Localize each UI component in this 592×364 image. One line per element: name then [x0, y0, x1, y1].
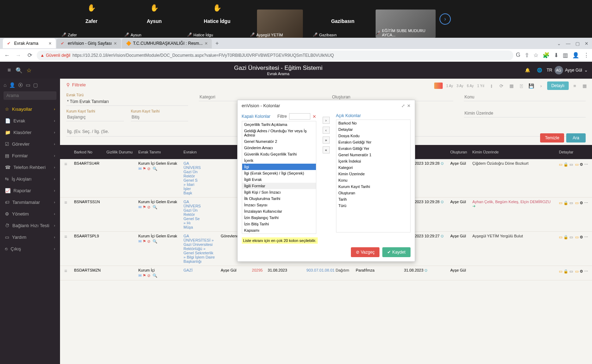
table-header[interactable]: Oluşturan	[448, 145, 470, 159]
range-color-icon[interactable]	[434, 83, 443, 89]
kapali-item[interactable]: Güvenlik Kodu Geçerlilik Tarihi	[242, 151, 316, 157]
flag-icon[interactable]: ⚑	[143, 273, 146, 278]
detayli-button[interactable]: Detaylı	[547, 81, 569, 90]
acik-item[interactable]: Detaylar	[336, 126, 410, 133]
participant-gazibasin[interactable]: Gazibasın 🎤̸Gazibasın	[311, 0, 374, 38]
maximize-icon[interactable]: ▢	[575, 41, 580, 46]
acik-list[interactable]: Barkod NoDetaylarDosya KoduEvrakın Geldi…	[336, 120, 411, 232]
vazgec-button[interactable]: ⊘Vazgeç	[351, 247, 379, 257]
flag-icon[interactable]: ⚑	[143, 205, 146, 210]
filter-input[interactable]	[289, 113, 310, 120]
note-icon[interactable]: ▭	[559, 162, 562, 167]
book-icon[interactable]: ▭	[569, 162, 573, 167]
range-3ay[interactable]: 3 Ay	[455, 83, 465, 89]
chart-icon[interactable]: ⫿	[488, 82, 496, 90]
sidebar-item-kısayollar[interactable]: ☆Kısayollar›	[0, 103, 60, 115]
evrakin-cell[interactable]: GA ÜNİVERS Gazi Ün Rektör Genel Se » Hı …	[181, 198, 219, 232]
download-icon[interactable]: ⬇	[554, 52, 558, 59]
sidebar-item-raporlar[interactable]: 📈Raporlar›	[0, 185, 60, 196]
grid-icon[interactable]: ▦	[581, 82, 588, 90]
sidebar-item-yardım[interactable]: ▭Yardım›	[0, 231, 60, 243]
table-header[interactable]: Evrak Tanımı	[136, 145, 181, 159]
kimin-uzerinde-input[interactable]	[464, 109, 586, 117]
close-window-icon[interactable]: ✕	[585, 41, 588, 46]
lock-icon[interactable]: 🔒	[563, 235, 568, 239]
acik-item[interactable]: Kimin Üzerinde	[336, 171, 410, 177]
sidebar-item-telefon-rehberi[interactable]: ☎Telefon Rehberi›	[0, 162, 60, 173]
evrakin-cell[interactable]: GA ÜNİVERSİTESİ » Gazi Üniversitesi Rekt…	[181, 232, 219, 266]
tag-icon[interactable]: ▭	[575, 162, 579, 167]
translate-icon[interactable]: G	[516, 52, 520, 59]
more-icon[interactable]: ⋯	[584, 162, 588, 167]
refresh-icon[interactable]: ⟳	[498, 82, 506, 90]
tool-icon[interactable]: ⚙	[580, 201, 583, 205]
acik-item[interactable]: Barkod No	[336, 120, 410, 126]
kapali-item[interactable]: İlgili Kişi / Son İmzacı	[242, 189, 316, 195]
home-icon[interactable]: ⌂	[4, 82, 6, 88]
warn-icon[interactable]: ⊘	[147, 166, 150, 171]
lock-icon[interactable]: 🔒	[563, 162, 568, 167]
acik-item[interactable]: Oluşturan	[336, 190, 410, 196]
evrakin-cell[interactable]: GA ÜNİVERS Gazi Ün Rektör Genel S » İdar…	[181, 159, 219, 198]
menu-toggle-icon[interactable]: ≡	[4, 65, 14, 75]
kapali-item[interactable]: İlgi	[242, 164, 316, 170]
columns-icon[interactable]: ▦	[508, 82, 515, 90]
avatar[interactable]: AG	[555, 66, 563, 74]
participant-aysun[interactable]: ✋ Aysun 🎤̸Aysun	[123, 0, 186, 38]
search-row-icon[interactable]: 🔍	[153, 205, 157, 210]
drag-handle-icon[interactable]: ≡	[62, 268, 69, 274]
reload-button[interactable]: ⟳	[25, 51, 34, 60]
sidebar-item-tanımlamalar[interactable]: 🏷Tanımlamalar›	[0, 196, 60, 208]
range-6ay[interactable]: 6 Ay	[466, 83, 475, 89]
kapali-item[interactable]: Geldiği Adres / Oturduğu Yer veya İş Adr…	[242, 128, 316, 138]
mail-icon[interactable]: ✉	[138, 205, 142, 210]
kapali-item[interactable]: İçerik	[242, 157, 316, 164]
kapali-item[interactable]: İmzalayan Kullanıcılar	[242, 208, 316, 214]
expand-modal-icon[interactable]: ⤢	[401, 103, 405, 108]
profile-icon[interactable]: 👤	[572, 52, 579, 59]
menu-icon[interactable]: ⋮	[584, 52, 589, 59]
drag-handle-icon[interactable]: ≡	[62, 200, 69, 205]
move-left-button[interactable]: ‹	[323, 127, 330, 134]
bookmark-icon[interactable]: ☆	[533, 52, 538, 59]
list-icon[interactable]: ≡	[571, 82, 579, 90]
participant-hatice[interactable]: ✋ Hatice İdgu 🎤̸Hatice İdgu	[186, 0, 249, 38]
book-icon[interactable]: ▭	[569, 201, 573, 205]
close-icon[interactable]: ×	[205, 41, 208, 46]
warn-icon[interactable]: ⊘	[147, 239, 150, 244]
table-header[interactable]: Kimin Üzerinde	[470, 145, 557, 159]
acik-item[interactable]: Kurum Kayıt Tarihi	[336, 183, 410, 190]
tab-dropdown-icon[interactable]: ⌄	[557, 41, 561, 46]
ara-button[interactable]: Ara	[566, 133, 586, 142]
next-participants-button[interactable]: ›	[439, 13, 451, 25]
acik-item[interactable]: Konu	[336, 177, 410, 183]
new-tab-button[interactable]: +	[213, 40, 221, 47]
extensions-icon[interactable]: 🧩	[543, 52, 550, 59]
sidebar-item-i̇ş-akışları[interactable]: ⇆İş Akışları›	[0, 173, 60, 185]
kod-cell[interactable]: 903.07.01.08.01 Dağıtım	[304, 266, 354, 280]
move-all-right-button[interactable]: »	[323, 136, 330, 144]
book-icon[interactable]: ▭	[26, 82, 30, 88]
mail-icon[interactable]: ✉	[138, 239, 142, 244]
star-icon[interactable]: ☆	[24, 65, 34, 75]
kapali-list[interactable]: Geçerlilik Tarihi AçıklamaGeldiği Adres …	[242, 121, 316, 234]
participant-aysegul[interactable]: 🎤̸Ayşegül YETİM	[249, 0, 311, 38]
kapali-item[interactable]: İlgili Evrak	[242, 176, 316, 183]
note-icon[interactable]: ▭	[559, 201, 562, 205]
reading-list-icon[interactable]: ▥	[563, 52, 568, 59]
baslangic-input[interactable]	[66, 113, 124, 121]
globe-icon[interactable]: 🌐	[535, 65, 545, 75]
konu-input[interactable]	[464, 93, 586, 101]
forward-button[interactable]: →	[14, 51, 23, 60]
record-icon[interactable]: ⦿	[18, 82, 23, 88]
sidebar-item-formlar[interactable]: ▤Formlar›	[0, 150, 60, 162]
acik-item[interactable]: Kategori	[336, 164, 410, 171]
back-button[interactable]: ←	[3, 51, 11, 60]
sidebar-item-görevler[interactable]: ☑Görevler›	[0, 138, 60, 150]
kapali-item[interactable]: Gönderim Amacı	[242, 145, 316, 151]
table-header[interactable]: Evrakın	[181, 145, 219, 159]
mail-icon[interactable]: ✉	[138, 166, 142, 171]
acik-item[interactable]: Tarih	[336, 196, 410, 202]
tag-icon[interactable]: ▭	[575, 269, 579, 274]
user-icon[interactable]: 👤	[9, 82, 15, 88]
